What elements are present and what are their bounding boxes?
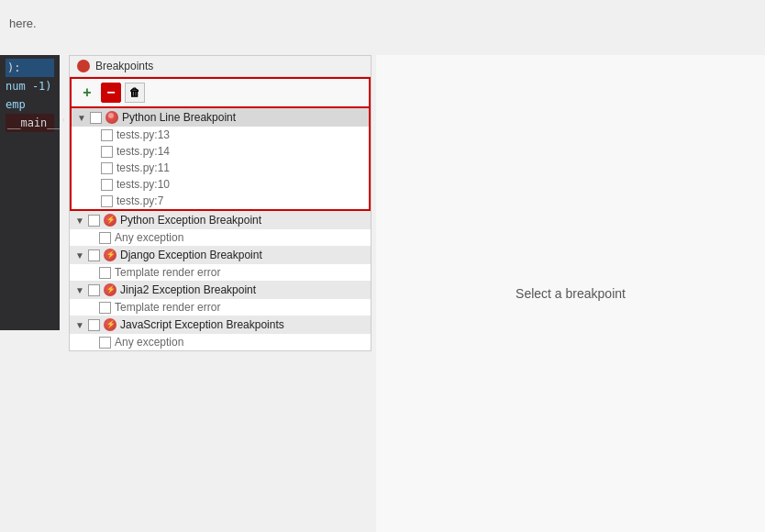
chevron-down-icon-5: ▼ [75, 320, 84, 330]
tests11-checkbox[interactable] [101, 162, 113, 174]
tests10-label: tests.py:10 [116, 178, 170, 191]
tests13-checkbox[interactable] [101, 129, 113, 141]
bp-child-tests7[interactable]: tests.py:7 [72, 193, 369, 209]
python-line-group-row[interactable]: ▼ Python Line Breakpoint [72, 108, 369, 127]
panel-title-bar: Breakpoints [70, 56, 371, 77]
template-error-2-checkbox[interactable] [99, 302, 111, 314]
tests14-label: tests.py:14 [116, 145, 170, 158]
jinja2-exception-group-label: Jinja2 Exception Breakpoint [120, 283, 256, 296]
code-line-3: emp [6, 95, 54, 114]
code-line-1: ): [6, 59, 54, 77]
bp-child-template-error-2[interactable]: Template render error [70, 299, 371, 316]
tests11-label: tests.py:11 [116, 161, 170, 174]
chevron-down-icon-2: ▼ [75, 216, 84, 226]
any-exception-2-checkbox[interactable] [99, 337, 111, 349]
python-exception-icon [104, 214, 116, 227]
django-exception-group-row[interactable]: ▼ Django Exception Breakpoint [70, 246, 371, 264]
bp-child-tests14[interactable]: tests.py:14 [72, 143, 369, 160]
bp-child-any-exception-1[interactable]: Any exception [70, 229, 371, 246]
chevron-down-icon-4: ▼ [75, 285, 84, 295]
code-line-2: num -1) [6, 77, 54, 95]
tests10-checkbox[interactable] [101, 179, 113, 191]
jinja2-exception-group-row[interactable]: ▼ Jinja2 Exception Breakpoint [70, 281, 371, 299]
template-error-2-label: Template render error [115, 301, 220, 314]
jinja2-exception-icon [104, 283, 116, 296]
bp-child-tests11[interactable]: tests.py:11 [72, 160, 369, 176]
bp-child-tests10[interactable]: tests.py:10 [72, 176, 369, 193]
python-line-breakpoint-icon [105, 111, 118, 124]
javascript-exception-checkbox[interactable] [88, 319, 100, 331]
breakpoint-panel-icon [77, 60, 90, 72]
chevron-down-icon-3: ▼ [75, 250, 84, 260]
background-text: here. [9, 17, 37, 30]
any-exception-1-checkbox[interactable] [99, 232, 111, 244]
code-sidebar: ): num -1) emp __main__': [0, 55, 60, 330]
django-exception-section: ▼ Django Exception Breakpoint Template r… [70, 246, 371, 281]
any-exception-1-label: Any exception [115, 231, 183, 244]
chevron-down-icon: ▼ [77, 113, 86, 123]
javascript-exception-section: ▼ JavaScript Exception Breakpoints Any e… [70, 316, 371, 350]
javascript-exception-group-label: JavaScript Exception Breakpoints [120, 318, 284, 331]
select-breakpoint-area: Select a breakpoint [376, 55, 765, 532]
jinja2-exception-checkbox[interactable] [88, 284, 100, 296]
jinja2-exception-section: ▼ Jinja2 Exception Breakpoint Template r… [70, 281, 371, 316]
any-exception-2-label: Any exception [115, 336, 183, 349]
javascript-exception-group-row[interactable]: ▼ JavaScript Exception Breakpoints [70, 316, 371, 334]
python-exception-group-label: Python Exception Breakpoint [120, 214, 261, 227]
bp-child-tests13[interactable]: tests.py:13 [72, 127, 369, 143]
panel-title: Breakpoints [95, 60, 153, 72]
python-exception-checkbox[interactable] [88, 215, 100, 227]
template-error-1-label: Template render error [115, 266, 220, 279]
python-line-group-label: Python Line Breakpoint [122, 111, 236, 124]
select-breakpoint-text: Select a breakpoint [516, 286, 626, 301]
python-exception-section: ▼ Python Exception Breakpoint Any except… [70, 211, 371, 246]
template-error-1-checkbox[interactable] [99, 267, 111, 279]
add-breakpoint-button[interactable]: + [77, 83, 97, 103]
django-exception-icon [104, 249, 116, 261]
tests7-label: tests.py:7 [116, 194, 163, 207]
tests14-checkbox[interactable] [101, 146, 113, 158]
python-line-section: ▼ Python Line Breakpoint tests.py:13 tes… [70, 108, 371, 211]
bp-child-template-error-1[interactable]: Template render error [70, 264, 371, 281]
breakpoints-toolbar: + − 🗑 [70, 77, 371, 108]
delete-breakpoints-button[interactable]: 🗑 [125, 83, 145, 103]
python-exception-group-row[interactable]: ▼ Python Exception Breakpoint [70, 211, 371, 229]
python-line-checkbox[interactable] [90, 112, 102, 124]
remove-breakpoint-button[interactable]: − [101, 83, 121, 103]
javascript-exception-icon [104, 318, 116, 331]
bp-child-any-exception-2[interactable]: Any exception [70, 334, 371, 350]
django-exception-checkbox[interactable] [88, 249, 100, 261]
breakpoints-panel: Breakpoints + − 🗑 ▼ Python Line Breakpoi… [69, 55, 371, 351]
tests13-label: tests.py:13 [116, 128, 170, 141]
django-exception-group-label: Django Exception Breakpoint [120, 249, 262, 261]
code-line-4: __main__': [6, 114, 54, 132]
tests7-checkbox[interactable] [101, 195, 113, 207]
